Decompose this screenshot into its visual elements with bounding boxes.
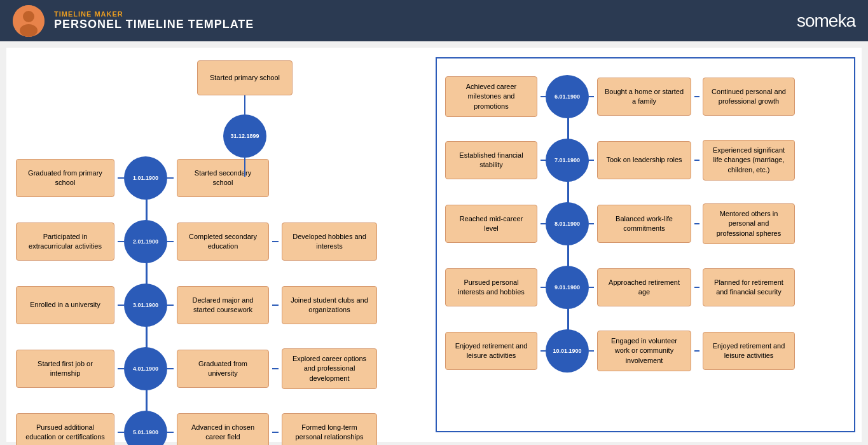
left-card-0: Graduated from primary school bbox=[16, 159, 114, 197]
right-card-4: Advanced in chosen career field bbox=[177, 413, 269, 445]
left-card-1: Participated in extracurricular activiti… bbox=[16, 222, 114, 261]
left-card-0-text: Graduated from primary school bbox=[23, 168, 107, 188]
far-right-card-4: Formed long-term personal relationships bbox=[282, 413, 377, 445]
far-right-card-3: Explored career options and professional… bbox=[282, 348, 377, 389]
node-31121899: 31.12.1899 bbox=[223, 114, 266, 158]
far-right-card-2: Joined student clubs and organizations bbox=[282, 286, 377, 324]
r-left-card-3: Pursued personal interests and hobbies bbox=[445, 268, 537, 306]
r-mid-card-2: Balanced work-life commitments bbox=[597, 205, 691, 243]
right-card-1: Completed secondary education bbox=[177, 222, 269, 261]
header-logo: someka bbox=[797, 11, 855, 31]
node-8011900: 8.01.1900 bbox=[546, 202, 589, 245]
far-right-card-1: Developed hobbies and interests bbox=[282, 222, 377, 261]
node-4011900: 4.01.1900 bbox=[124, 347, 167, 390]
r-right-card-1: Experienced significant life changes (ma… bbox=[703, 140, 795, 181]
header: TIMELINE MAKER PERSONEL TIMELINE TEMPLAT… bbox=[0, 0, 868, 41]
svg-point-2 bbox=[20, 24, 38, 37]
r-left-card-2: Reached mid-career level bbox=[445, 205, 537, 243]
left-card-3: Started first job or internship bbox=[16, 350, 114, 388]
r-left-card-1: Established financial stability bbox=[445, 141, 537, 179]
r-left-card-4: Enjoyed retirement and leisure activitie… bbox=[445, 332, 537, 370]
left-card-4: Pursued additional education or certific… bbox=[16, 413, 114, 445]
r-mid-card-1: Took on leadership roles bbox=[597, 141, 691, 179]
left-card-2: Enrolled in a university bbox=[16, 286, 114, 324]
node-9011900: 9.01.1900 bbox=[546, 266, 589, 309]
node-10011900: 10.01.1900 bbox=[546, 329, 589, 373]
right-card-2: Declared major and started coursework bbox=[177, 286, 269, 324]
r-right-card-2: Mentored others in personal and professi… bbox=[703, 203, 795, 244]
node-3011900: 3.01.1900 bbox=[124, 284, 167, 327]
node-2011900: 2.01.1900 bbox=[124, 220, 167, 263]
r-right-card-4: Enjoyed retirement and leisure activitie… bbox=[703, 332, 795, 370]
r-mid-card-3: Approached retirement age bbox=[597, 268, 691, 306]
right-card-3: Graduated from university bbox=[177, 350, 269, 388]
header-left: TIMELINE MAKER PERSONEL TIMELINE TEMPLAT… bbox=[13, 5, 254, 37]
avatar bbox=[13, 5, 45, 37]
header-titles: TIMELINE MAKER PERSONEL TIMELINE TEMPLAT… bbox=[54, 10, 254, 31]
node-6011900: 6.01.1900 bbox=[546, 75, 589, 118]
svg-point-1 bbox=[23, 11, 34, 22]
card-primary-school: Started primary school bbox=[197, 60, 293, 95]
r-right-card-3: Planned for retirement and financial sec… bbox=[703, 268, 795, 306]
node-7011900: 7.01.1900 bbox=[546, 139, 589, 182]
header-subtitle: TIMELINE MAKER bbox=[54, 10, 254, 18]
header-title: PERSONEL TIMELINE TEMPLATE bbox=[54, 18, 254, 31]
r-mid-card-4: Engaged in volunteer work or community i… bbox=[597, 331, 691, 371]
main-content: Started primary school 31.12.1899 Gradua… bbox=[6, 48, 862, 442]
node-5011900: 5.01.1900 bbox=[124, 411, 167, 445]
r-mid-card-0: Bought a home or started a family bbox=[597, 78, 691, 116]
r-right-card-0: Continued personal and professional grow… bbox=[703, 78, 795, 116]
r-left-card-0: Achieved career milestones and promotion… bbox=[445, 76, 537, 117]
node-1011900: 1.01.1900 bbox=[124, 156, 167, 200]
